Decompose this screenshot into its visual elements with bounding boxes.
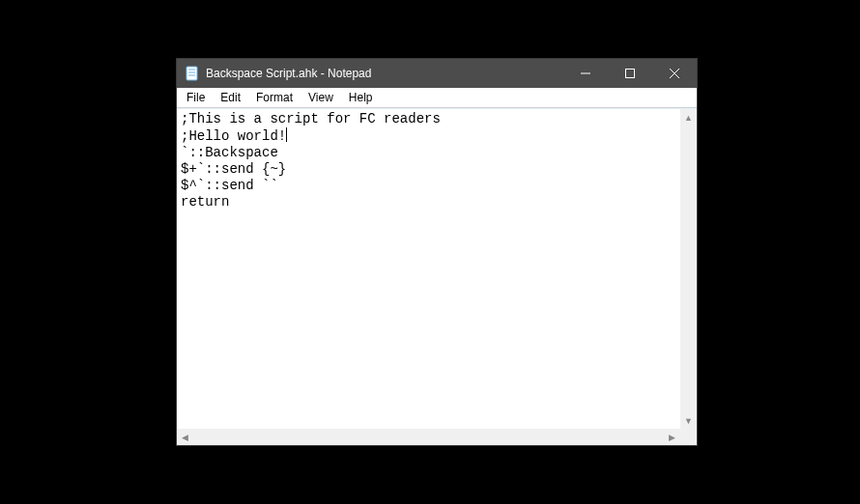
vertical-scrollbar[interactable]: ▲ ▼ <box>680 109 697 429</box>
menu-format[interactable]: Format <box>248 90 301 105</box>
scroll-right-icon[interactable]: ▶ <box>664 429 680 445</box>
text-editor[interactable]: ;This is a script for FC readers ;Hello … <box>177 109 697 445</box>
text-caret <box>286 127 287 142</box>
menu-file[interactable]: File <box>179 90 213 105</box>
editor-line: ;Hello world! <box>181 128 286 144</box>
maximize-button[interactable] <box>608 59 652 88</box>
svg-rect-5 <box>626 70 635 78</box>
editor-line: $^`::send `` <box>181 178 278 193</box>
minimize-button[interactable] <box>563 59 608 88</box>
scroll-up-icon[interactable]: ▲ <box>680 109 697 126</box>
editor-line: `::Backspace <box>181 145 278 160</box>
menu-view[interactable]: View <box>301 90 341 105</box>
close-button[interactable] <box>652 59 697 88</box>
editor-line: ;This is a script for FC readers <box>181 111 441 126</box>
scroll-left-icon[interactable]: ◀ <box>177 429 193 445</box>
titlebar[interactable]: Backspace Script.ahk - Notepad <box>177 59 697 88</box>
window-title: Backspace Script.ahk - Notepad <box>206 67 371 80</box>
scroll-corner <box>680 429 697 445</box>
menu-help[interactable]: Help <box>341 90 381 105</box>
editor-line: return <box>181 194 229 210</box>
editor-area: ;This is a script for FC readers ;Hello … <box>177 108 697 445</box>
svg-rect-0 <box>186 67 197 80</box>
menu-edit[interactable]: Edit <box>213 90 248 105</box>
notepad-window: Backspace Script.ahk - Notepad File Edit… <box>176 58 698 446</box>
notepad-icon <box>185 66 200 81</box>
editor-line: $+`::send {~} <box>181 161 286 177</box>
scroll-down-icon[interactable]: ▼ <box>680 412 697 429</box>
horizontal-scrollbar[interactable]: ◀ ▶ <box>177 429 680 445</box>
menubar: File Edit Format View Help <box>177 88 697 108</box>
